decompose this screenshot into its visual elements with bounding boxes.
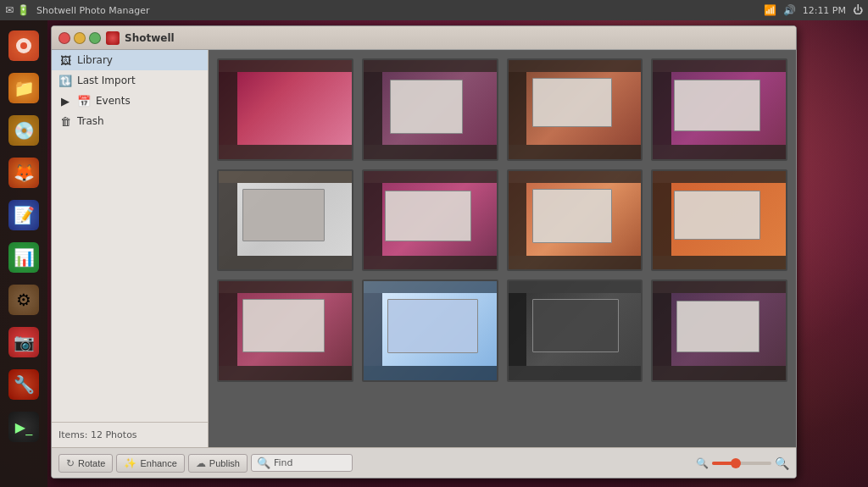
window-body: 🖼 Library 🔃 Last Import ▶ 📅 Events 🗑 Tra… — [52, 50, 796, 447]
library-icon: 🖼 — [58, 53, 72, 67]
photo-thumb-2[interactable] — [362, 58, 498, 161]
publish-label: Publish — [209, 458, 240, 468]
bottom-toolbar: ↻ Rotate ✨ Enhance ☁ Publish 🔍 Find 🔍 — [52, 447, 796, 478]
enhance-button[interactable]: ✨ Enhance — [116, 454, 184, 473]
thumb-content-11 — [509, 281, 642, 380]
thumb-content-7 — [509, 171, 642, 270]
window-title: Shotwell — [125, 32, 175, 44]
launcher-item-shotwell[interactable]: 📷 — [5, 324, 42, 361]
photo-thumb-12[interactable] — [651, 279, 787, 382]
items-count: Items: 12 Photos — [52, 426, 208, 444]
signal-icon: 📶 — [764, 4, 776, 16]
thumb-content-10 — [364, 281, 497, 380]
photo-thumb-11[interactable] — [507, 279, 643, 382]
zoom-out-icon: 🔍 — [696, 457, 709, 469]
last-import-icon: 🔃 — [58, 74, 72, 87]
find-search-icon: 🔍 — [257, 457, 270, 469]
zoom-area: 🔍 🔍 — [696, 457, 789, 470]
enhance-label: Enhance — [140, 458, 176, 468]
launcher-item-files[interactable]: 📁 — [5, 69, 42, 107]
settings-icon: ⚙ — [8, 285, 39, 315]
window-close-button[interactable] — [58, 32, 70, 44]
photo-thumb-4[interactable] — [651, 58, 787, 161]
sidebar-item-trash[interactable]: 🗑 Trash — [52, 111, 208, 131]
launcher-item-system[interactable]: 🔧 — [5, 366, 42, 403]
window-minimize-button[interactable] — [74, 32, 86, 44]
photo-thumb-7[interactable] — [507, 169, 643, 272]
items-value: 12 Photos — [91, 429, 137, 440]
launcher-item-ubuntu[interactable] — [5, 27, 42, 64]
enhance-icon: ✨ — [124, 457, 136, 469]
terminal-icon: ▶_ — [8, 412, 39, 442]
window-app-icon — [106, 31, 120, 45]
photo-thumb-9[interactable] — [217, 279, 353, 382]
rotate-button[interactable]: ↻ Rotate — [58, 454, 113, 473]
photo-thumb-3[interactable] — [507, 58, 643, 161]
events-icon: 📅 — [77, 94, 91, 108]
rotate-label: Rotate — [78, 458, 105, 468]
photo-thumb-5[interactable] — [217, 169, 353, 272]
thumb-content-5 — [219, 171, 352, 270]
taskbar-right: 📶 🔊 12:11 PM ⏻ — [764, 4, 863, 16]
photo-thumb-1[interactable] — [217, 58, 353, 161]
zoom-in-icon: 🔍 — [775, 457, 789, 470]
launcher-item-settings[interactable]: ⚙ — [5, 281, 42, 318]
photo-thumb-10[interactable] — [362, 279, 498, 382]
sidebar-item-last-import[interactable]: 🔃 Last Import — [52, 70, 208, 91]
power-icon: ⏻ — [853, 4, 863, 16]
find-input[interactable] — [296, 458, 347, 468]
thumb-content-9 — [219, 281, 352, 380]
thumb-content-1 — [219, 60, 352, 159]
events-arrow-icon: ▶ — [58, 94, 72, 108]
photo-area[interactable] — [209, 50, 796, 447]
launcher-item-install[interactable]: 💿 — [5, 112, 42, 149]
items-label: Items: — [58, 429, 87, 440]
window-controls — [58, 32, 101, 44]
rotate-icon: ↻ — [66, 457, 75, 469]
sidebar-trash-label: Trash — [77, 115, 104, 127]
writer-icon: 📝 — [8, 200, 39, 230]
shotwell-icon: 📷 — [8, 327, 39, 357]
desktop: ✉ 🔋 Shotwell Photo Manager 📶 🔊 12:11 PM … — [0, 0, 868, 487]
photo-thumb-8[interactable] — [651, 169, 787, 272]
publish-icon: ☁ — [196, 457, 206, 469]
sidebar-item-events[interactable]: ▶ 📅 Events — [52, 91, 208, 111]
install-icon: 💿 — [8, 115, 39, 146]
mail-icon: ✉ — [5, 4, 14, 16]
thumb-content-8 — [653, 171, 786, 270]
svg-point-1 — [20, 42, 27, 49]
thumb-content-4 — [653, 60, 786, 159]
find-area: 🔍 Find — [251, 454, 353, 472]
launcher-item-terminal[interactable]: ▶_ — [5, 408, 42, 445]
app-title: Shotwell Photo Manager — [36, 5, 149, 16]
volume-icon: 🔊 — [783, 4, 796, 16]
sidebar-item-library[interactable]: 🖼 Library — [52, 50, 208, 70]
calc-icon: 📊 — [8, 242, 39, 273]
battery-icon: 🔋 — [17, 4, 30, 16]
sidebar-bottom: Items: 12 Photos — [52, 422, 208, 447]
launcher-item-calc[interactable]: 📊 — [5, 239, 42, 276]
sidebar-events-label: Events — [96, 95, 131, 107]
trash-icon: 🗑 — [58, 114, 72, 128]
ubuntu-icon — [8, 30, 39, 61]
zoom-slider[interactable] — [712, 462, 771, 465]
window-titlebar: Shotwell — [52, 26, 796, 50]
sidebar-last-import-label: Last Import — [77, 75, 136, 86]
thumb-content-3 — [509, 60, 642, 159]
launcher-item-firefox[interactable]: 🦊 — [5, 154, 42, 191]
publish-button[interactable]: ☁ Publish — [188, 454, 248, 473]
thumb-content-12 — [653, 281, 786, 380]
sidebar: 🖼 Library 🔃 Last Import ▶ 📅 Events 🗑 Tra… — [52, 50, 209, 447]
photo-thumb-6[interactable] — [362, 169, 498, 272]
files-icon: 📁 — [8, 73, 39, 103]
taskbar-left: ✉ 🔋 Shotwell Photo Manager — [5, 4, 150, 16]
launcher-item-writer[interactable]: 📝 — [5, 196, 42, 234]
thumb-content-6 — [364, 171, 497, 270]
window-maximize-button[interactable] — [89, 32, 101, 44]
zoom-slider-thumb[interactable] — [731, 458, 741, 468]
shotwell-window: Shotwell 🖼 Library 🔃 Last Import ▶ 📅 Eve… — [51, 25, 797, 479]
find-label: Find — [274, 457, 293, 468]
system-icon: 🔧 — [8, 369, 39, 400]
taskbar-top: ✉ 🔋 Shotwell Photo Manager 📶 🔊 12:11 PM … — [0, 0, 868, 20]
photo-grid — [217, 58, 787, 382]
